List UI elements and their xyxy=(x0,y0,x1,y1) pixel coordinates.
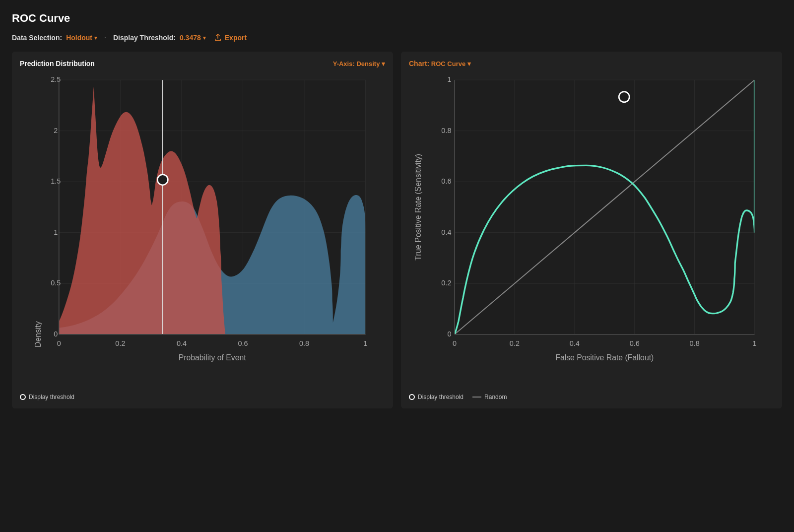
yaxis-dropdown[interactable]: Density ▾ xyxy=(356,60,385,67)
right-chart-legend: Display threshold Random xyxy=(409,394,774,400)
display-threshold-label: Display Threshold: xyxy=(113,34,176,42)
svg-text:0.4: 0.4 xyxy=(570,339,580,347)
svg-text:1: 1 xyxy=(447,75,451,83)
chart-type-dropdown[interactable]: ROC Curve ▾ xyxy=(431,60,471,67)
svg-text:1: 1 xyxy=(54,228,58,236)
svg-text:0: 0 xyxy=(447,330,451,338)
svg-text:0.8: 0.8 xyxy=(441,127,451,134)
left-threshold-legend: Display threshold xyxy=(20,394,74,400)
svg-text:0.4: 0.4 xyxy=(441,228,451,236)
svg-text:0: 0 xyxy=(453,339,457,347)
toolbar: Data Selection: Holdout ▾ · Display Thre… xyxy=(12,34,782,42)
svg-text:Probability of Event: Probability of Event xyxy=(179,353,246,362)
svg-text:0: 0 xyxy=(54,330,58,338)
data-selection-label: Data Selection: xyxy=(12,34,62,42)
random-line-icon xyxy=(472,397,481,398)
svg-point-15 xyxy=(157,175,168,185)
svg-text:0: 0 xyxy=(57,339,61,347)
svg-text:0.2: 0.2 xyxy=(510,339,520,347)
svg-text:0.2: 0.2 xyxy=(115,339,125,347)
random-legend: Random xyxy=(472,394,507,400)
left-chart-legend: Display threshold xyxy=(20,394,385,400)
left-chart-area: 0 0.5 1 1.5 2 2.5 0 0.2 0.4 0.6 0.8 1 De… xyxy=(20,73,385,389)
display-threshold-dropdown[interactable]: 0.3478 ▾ xyxy=(180,34,206,42)
right-chart-header: Chart: ROC Curve ▾ xyxy=(409,60,774,67)
svg-text:False Positive Rate (Fallout): False Positive Rate (Fallout) xyxy=(555,353,654,362)
svg-text:Density: Density xyxy=(34,321,42,347)
svg-point-47 xyxy=(619,92,629,102)
svg-text:0.6: 0.6 xyxy=(441,177,451,185)
svg-text:0.6: 0.6 xyxy=(630,339,640,347)
data-selection-dropdown[interactable]: Holdout ▾ xyxy=(66,34,97,42)
export-button[interactable]: Export xyxy=(214,34,247,42)
display-threshold-chevron-icon: ▾ xyxy=(203,35,206,41)
left-threshold-label: Display threshold xyxy=(29,394,74,400)
prediction-distribution-panel: Prediction Distribution Y-Axis: Density … xyxy=(12,52,393,408)
left-chart-title: Prediction Distribution xyxy=(20,60,95,67)
svg-text:0.8: 0.8 xyxy=(690,339,700,347)
svg-text:0.8: 0.8 xyxy=(299,339,309,347)
charts-row: Prediction Distribution Y-Axis: Density … xyxy=(12,52,782,408)
svg-text:2: 2 xyxy=(54,127,58,134)
svg-text:1: 1 xyxy=(753,339,757,347)
page-title: ROC Curve xyxy=(12,12,782,25)
threshold-circle-icon xyxy=(20,394,26,400)
svg-text:1: 1 xyxy=(364,339,368,347)
export-icon xyxy=(214,34,222,42)
data-selection-chevron-icon: ▾ xyxy=(94,35,97,41)
svg-text:0.4: 0.4 xyxy=(177,339,187,347)
svg-text:0.2: 0.2 xyxy=(441,279,451,287)
right-threshold-label: Display threshold xyxy=(418,394,463,400)
roc-threshold-circle-icon xyxy=(409,394,415,400)
roc-curve-panel: Chart: ROC Curve ▾ xyxy=(401,52,782,408)
yaxis-option: Y-Axis: Density ▾ xyxy=(333,60,385,67)
svg-text:0.6: 0.6 xyxy=(238,339,248,347)
right-threshold-legend: Display threshold xyxy=(409,394,463,400)
right-chart-area: 0 0.2 0.4 0.6 0.8 1 0 0.2 0.4 0.6 0.8 1 … xyxy=(409,73,774,389)
random-label: Random xyxy=(484,394,507,400)
chart-type-option: Chart: ROC Curve ▾ xyxy=(409,60,471,67)
svg-text:True Positive Rate (Sensitivit: True Positive Rate (Sensitivity) xyxy=(414,154,422,261)
left-chart-header: Prediction Distribution Y-Axis: Density … xyxy=(20,60,385,67)
